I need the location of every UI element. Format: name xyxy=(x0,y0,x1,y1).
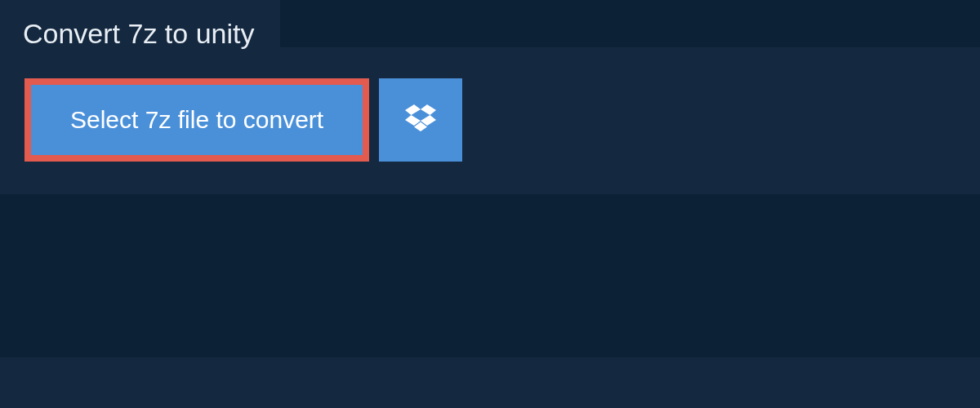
top-spacer: Convert 7z to unity xyxy=(0,0,980,47)
bottom-region xyxy=(0,194,980,357)
dropbox-icon xyxy=(405,104,436,135)
tab-label: Convert 7z to unity xyxy=(23,18,254,49)
button-row: Select 7z file to convert xyxy=(24,78,956,162)
active-tab[interactable]: Convert 7z to unity xyxy=(0,0,280,69)
select-file-label: Select 7z file to convert xyxy=(70,106,323,134)
main-panel: Select 7z file to convert xyxy=(0,47,980,194)
dropbox-button[interactable] xyxy=(379,78,462,162)
select-file-button[interactable]: Select 7z file to convert xyxy=(24,78,369,162)
